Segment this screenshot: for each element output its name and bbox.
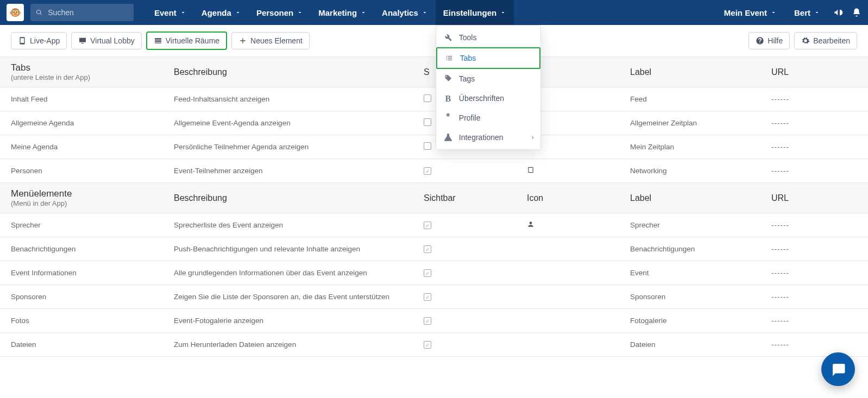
nav-user[interactable]: Bert [790,8,825,17]
flask-icon [444,133,452,142]
chevron-up-icon [500,9,506,16]
row-desc: Sprecherliste des Event anzeigen [174,221,424,229]
row-visible: ✓ [424,269,527,277]
nav-personen[interactable]: Personen [249,0,311,25]
visible-checkbox[interactable] [424,94,431,102]
row-desc: Alle grundlegenden Informationen über da… [174,269,424,277]
row-url: ------ [771,245,857,253]
content-area: Tabs (untere Leiste in der App) Beschrei… [0,57,868,357]
visible-checkbox[interactable]: ✓ [424,341,431,349]
col-label: Label [630,193,771,203]
dropdown-tabs[interactable]: Tabs [436,47,540,69]
gear-icon [801,36,810,45]
row-desc: Event-Teilnehmer anzeigen [174,167,424,175]
nav-einstellungen[interactable]: Einstellungen Tools Tabs Tags B [436,0,514,25]
megaphone-icon[interactable] [833,8,843,17]
col-label: Label [630,67,771,77]
live-app-button[interactable]: Live-App [11,32,67,49]
section-header: Menüelemente (Menü in der App) Beschreib… [0,183,868,213]
table-row[interactable]: Benachrichtigungen Push-Benachrichtigung… [0,237,868,261]
row-name: Inhalt Feed [11,95,174,103]
dropdown-integrations[interactable]: Integrationen › [436,128,540,147]
book-icon [527,166,534,174]
asterisk-icon: * [444,113,452,122]
bell-icon[interactable] [852,8,861,17]
chevron-down-icon [180,9,186,16]
table-row[interactable]: Meine Agenda Persönliche Teilnehmer Agen… [0,135,868,159]
wrench-icon [444,33,452,42]
tag-icon [444,74,452,83]
row-name: Personen [11,167,174,175]
row-label: Sprecher [630,221,771,229]
nav-marketing[interactable]: Marketing [311,0,374,25]
list-icon [445,54,454,62]
app-logo[interactable]: 🐵 [7,4,24,21]
row-label: Dateien [630,340,771,349]
nav-agenda[interactable]: Agenda [194,0,249,25]
row-name: Sprecher [11,221,174,229]
table-row[interactable]: Event Informationen Alle grundlegenden I… [0,261,868,285]
section-header: Tabs (untere Leiste in der App) Beschrei… [0,57,868,87]
col-url: URL [771,193,857,203]
dropdown-tools[interactable]: Tools [436,28,540,47]
table-row[interactable]: Allgemeine Agenda Allgemeine Event-Agend… [0,111,868,135]
section-title: Menüelemente [11,188,174,199]
visible-checkbox[interactable]: ✓ [424,293,431,301]
search-input[interactable] [47,8,128,17]
row-name: Fotos [11,317,174,325]
table-row[interactable]: Sprecher Sprecherliste des Event anzeige… [0,213,868,237]
nav-mein-event[interactable]: Mein Event [720,8,781,17]
chevron-down-icon [360,9,367,16]
edit-button[interactable]: Bearbeiten [794,32,857,49]
row-label: Feed [630,95,771,103]
table-row[interactable]: Personen Event-Teilnehmer anzeigen ✓ Net… [0,159,868,183]
visible-checkbox[interactable] [424,118,431,126]
visible-checkbox[interactable]: ✓ [424,167,431,175]
row-icon [527,220,630,230]
row-label: Networking [630,167,771,175]
row-url: ------ [771,95,857,103]
row-visible: ✓ [424,293,527,301]
smartphone-icon [18,36,27,45]
dropdown-profile[interactable]: * Profile [436,108,540,128]
row-label: Allgemeiner Zeitplan [630,119,771,127]
search-icon [36,9,42,16]
bold-icon: B [444,94,452,103]
nav-analytics[interactable]: Analytics [374,0,436,25]
row-visible: ✓ [424,245,527,254]
col-description: Beschreibung [174,193,424,203]
row-desc: Allgemeine Event-Agenda anzeigen [174,119,424,127]
visible-checkbox[interactable]: ✓ [424,245,431,253]
table-row[interactable]: Fotos Event-Fotogalerie anzeigen ✓ Fotog… [0,309,868,333]
section-subtitle: (Menü in der App) [11,199,174,207]
global-search[interactable] [30,4,134,21]
row-label: Fotogalerie [630,317,771,325]
nav-event[interactable]: Event [147,0,194,25]
virtual-lobby-button[interactable]: Virtual Lobby [71,32,141,49]
chevron-down-icon [770,9,777,16]
primary-nav: Event Agenda Personen Marketing Analytic… [147,0,514,25]
visible-checkbox[interactable] [424,142,431,150]
dropdown-tags[interactable]: Tags [436,69,540,89]
table-row[interactable]: Dateien Zum Herunterladen Dateien anzeig… [0,333,868,357]
dropdown-headings[interactable]: B Überschriften [436,89,540,108]
visible-checkbox[interactable]: ✓ [424,269,431,277]
secondary-toolbar: Live-App Virtual Lobby Virtuelle Räume N… [0,25,868,57]
visible-checkbox[interactable]: ✓ [424,317,431,325]
visible-checkbox[interactable]: ✓ [424,222,431,229]
col-visible: Sichtbar [424,193,527,203]
nav-right: Mein Event Bert [720,8,861,17]
table-row[interactable]: Sponsoren Zeigen Sie die Liste der Spons… [0,285,868,309]
chevron-right-icon: › [532,134,534,141]
row-url: ------ [771,221,857,229]
monitor-icon [78,36,87,45]
row-url: ------ [771,340,857,349]
row-desc: Event-Fotogalerie anzeigen [174,317,424,325]
virtual-rooms-button[interactable]: Virtuelle Räume [146,31,227,50]
help-button[interactable]: Hilfe [749,32,790,49]
table-row[interactable]: Inhalt Feed Feed-Inhaltsansicht anzeigen… [0,87,868,111]
row-desc: Feed-Inhaltsansicht anzeigen [174,95,424,103]
new-element-button[interactable]: Neues Element [231,32,310,49]
top-navbar: 🐵 Event Agenda Personen Marketing Analyt… [0,0,868,25]
row-url: ------ [771,167,857,175]
